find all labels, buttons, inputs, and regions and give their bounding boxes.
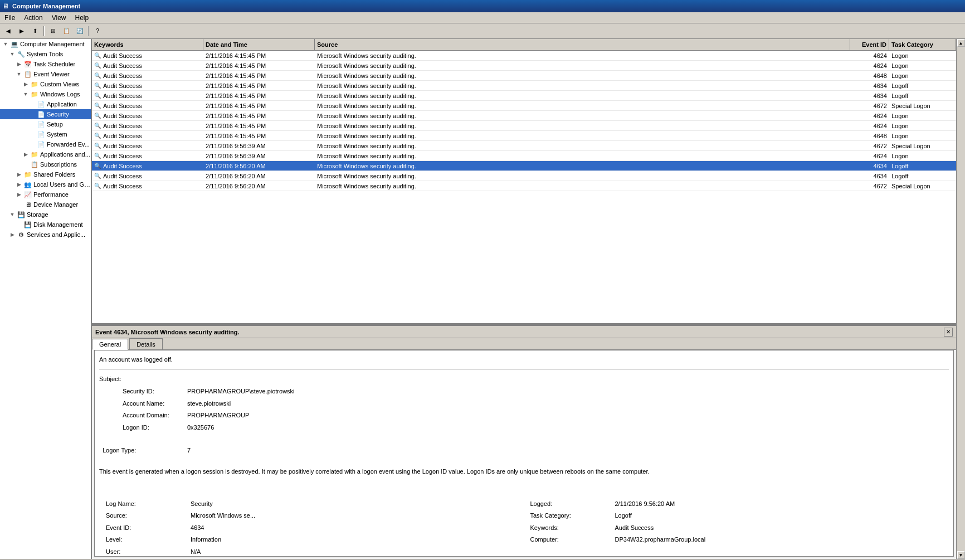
col-header-source[interactable]: Source	[315, 39, 850, 50]
table-row[interactable]: 🔍 Audit Success 2/11/2016 9:56:20 AM Mic…	[92, 181, 956, 191]
detail-close-button[interactable]: ✕	[944, 328, 953, 337]
tree-item[interactable]: ▼📁Windows Logs	[0, 89, 91, 99]
table-row[interactable]: 🔍 Audit Success 2/11/2016 9:56:20 AM Mic…	[92, 171, 956, 181]
tree-node-label: Applications and...	[40, 151, 90, 158]
audit-icon: 🔍	[94, 72, 101, 79]
tree-expand-icon[interactable]: ▼	[16, 71, 22, 77]
tree-item[interactable]: ▼🔧System Tools	[0, 49, 91, 59]
tree-expand-placeholder	[29, 121, 36, 128]
cell-keyword: 🔍 Audit Success	[92, 142, 203, 150]
table-row[interactable]: 🔍 Audit Success 2/11/2016 4:15:45 PM Mic…	[92, 131, 956, 141]
tree-item[interactable]: ▼💻Computer Management	[0, 39, 91, 49]
table-row[interactable]: 🔍 Audit Success 2/11/2016 4:15:45 PM Mic…	[92, 121, 956, 131]
cell-eventid: 4672	[850, 182, 889, 190]
tree-expand-placeholder	[16, 201, 22, 208]
table-row[interactable]: 🔍 Audit Success 2/11/2016 4:15:45 PM Mic…	[92, 81, 956, 91]
cell-category: Logon	[889, 132, 956, 140]
audit-icon: 🔍	[94, 173, 101, 179]
tree-item[interactable]: ▶⚙Services and Applic...	[0, 230, 91, 240]
tree-item[interactable]: ▶📁Custom Views	[0, 79, 91, 89]
tree-item[interactable]: 📄Application	[0, 99, 91, 109]
account-name-value: steve.piotrowski	[185, 398, 948, 410]
tree-node-label: Forwarded Ev...	[47, 141, 90, 148]
menu-action[interactable]: Action	[20, 13, 47, 23]
tree-item[interactable]: 📄Setup	[0, 119, 91, 129]
menu-help[interactable]: Help	[71, 13, 94, 23]
toolbar-up[interactable]: ⬆	[29, 25, 41, 37]
tree-expand-icon[interactable]: ▶	[16, 61, 22, 67]
event-list[interactable]: Keywords Date and Time Source Event ID T…	[92, 39, 956, 325]
toolbar-show-hide[interactable]: ⊞	[47, 25, 59, 37]
table-row[interactable]: 🔍 Audit Success 2/11/2016 4:15:45 PM Mic…	[92, 101, 956, 111]
tree-item[interactable]: 📄System	[0, 129, 91, 139]
toolbar-help[interactable]: ?	[91, 25, 104, 37]
tree-node-icon: 💾	[23, 220, 32, 229]
tree-node-icon: 📁	[30, 90, 39, 99]
tree-expand-placeholder	[29, 141, 36, 148]
detail-header: Event 4634, Microsoft Windows security a…	[92, 326, 956, 338]
col-header-keywords[interactable]: Keywords	[92, 39, 203, 50]
tree-expand-icon[interactable]: ▼	[2, 41, 9, 47]
cell-category: Special Logon	[889, 142, 956, 150]
table-row[interactable]: 🔍 Audit Success 2/11/2016 9:56:39 AM Mic…	[92, 141, 956, 151]
col-header-taskcategory[interactable]: Task Category	[889, 39, 956, 50]
scrollbar-right[interactable]: ▲ ▼	[956, 39, 965, 559]
toolbar-properties[interactable]: 📋	[60, 25, 72, 37]
cell-category: Logoff	[889, 162, 956, 170]
tree-item[interactable]: ▶📁Shared Folders	[0, 169, 91, 179]
tab-general[interactable]: General	[92, 339, 128, 350]
tree-expand-icon[interactable]: ▶	[16, 171, 22, 178]
tree-item[interactable]: ▼💾Storage	[0, 210, 91, 220]
audit-icon: 🔍	[94, 183, 101, 189]
scroll-down[interactable]: ▼	[957, 551, 965, 559]
tree-item[interactable]: ▼📋Event Viewer	[0, 69, 91, 79]
tree-item[interactable]: 📄Security	[0, 109, 91, 119]
tree-item[interactable]: 📄Forwarded Ev...	[0, 139, 91, 149]
tab-details[interactable]: Details	[129, 338, 163, 349]
scroll-up[interactable]: ▲	[957, 39, 965, 47]
tree-expand-icon[interactable]: ▶	[9, 231, 16, 238]
cell-category: Logon	[889, 52, 956, 60]
table-row[interactable]: 🔍 Audit Success 2/11/2016 4:15:45 PM Mic…	[92, 51, 956, 61]
tree-item[interactable]: 🖥Device Manager	[0, 199, 91, 210]
cell-category: Logoff	[889, 82, 956, 90]
toolbar-refresh[interactable]: 🔄	[74, 25, 86, 37]
toolbar-forward[interactable]: ▶	[16, 25, 28, 37]
table-row[interactable]: 🔍 Audit Success 2/11/2016 4:15:45 PM Mic…	[92, 71, 956, 81]
tree-item[interactable]: ▶📈Performance	[0, 189, 91, 199]
cell-eventid: 4648	[850, 132, 889, 140]
table-row[interactable]: 🔍 Audit Success 2/11/2016 4:15:45 PM Mic…	[92, 111, 956, 121]
account-domain-value: PROPHARMAGROUP	[185, 410, 948, 421]
toolbar-back[interactable]: ◀	[2, 25, 14, 37]
menu-file[interactable]: File	[0, 13, 20, 23]
table-row[interactable]: 🔍 Audit Success 2/11/2016 4:15:45 PM Mic…	[92, 91, 956, 101]
table-row[interactable]: 🔍 Audit Success 2/11/2016 9:56:20 AM Mic…	[92, 161, 956, 171]
table-row[interactable]: 🔍 Audit Success 2/11/2016 4:15:45 PM Mic…	[92, 61, 956, 71]
tree-node-label: Local Users and Gr...	[33, 181, 91, 188]
tree-node-label: Task Scheduler	[33, 61, 75, 67]
tree-node-icon: 📄	[37, 130, 46, 139]
menu-view[interactable]: View	[47, 13, 71, 23]
tree-expand-icon[interactable]: ▼	[9, 51, 16, 57]
tree-item[interactable]: 💾Disk Management	[0, 220, 91, 230]
cell-source: Microsoft Windows security auditing.	[315, 62, 850, 70]
tree-item[interactable]: ▶👥Local Users and Gr...	[0, 179, 91, 189]
security-id-value: PROPHARMAGROUP\steve.piotrowski	[185, 386, 948, 397]
logon-type-value: 7	[185, 445, 948, 456]
tree-expand-icon[interactable]: ▼	[9, 211, 16, 218]
tree-expand-icon[interactable]: ▼	[22, 91, 29, 98]
cell-source: Microsoft Windows security auditing.	[315, 142, 850, 150]
tree-expand-icon[interactable]: ▶	[16, 181, 22, 188]
tree-expand-icon[interactable]: ▶	[16, 191, 22, 198]
tree-item[interactable]: ▶📅Task Scheduler	[0, 59, 91, 69]
tree-expand-icon[interactable]: ▶	[22, 151, 29, 158]
col-header-datetime[interactable]: Date and Time	[203, 39, 315, 50]
cell-source: Microsoft Windows security auditing.	[315, 82, 850, 90]
tree-expand-icon[interactable]: ▶	[22, 81, 29, 87]
table-row[interactable]: 🔍 Audit Success 2/11/2016 9:56:39 AM Mic…	[92, 151, 956, 161]
tree-item[interactable]: 📋Subscriptions	[0, 159, 91, 169]
col-header-eventid[interactable]: Event ID	[850, 39, 889, 50]
tree-node-label: Event Viewer	[33, 71, 70, 77]
tree-item[interactable]: ▶📁Applications and...	[0, 149, 91, 159]
tree-node-label: Performance	[33, 191, 69, 198]
